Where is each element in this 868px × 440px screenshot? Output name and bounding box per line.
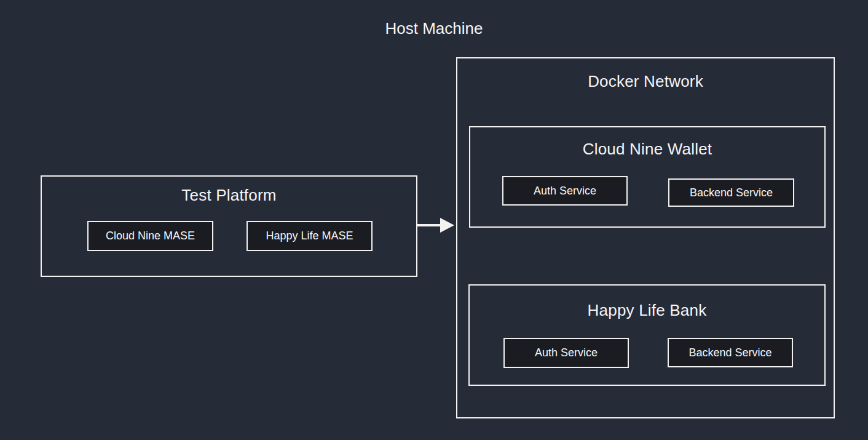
node-cloud-nine-wallet-auth-service: Auth Service — [502, 176, 628, 206]
docker-network-box: Docker Network Cloud Nine Wallet Auth Se… — [456, 57, 835, 418]
diagram-canvas: Host Machine Test Platform Cloud Nine MA… — [0, 0, 868, 440]
node-happy-life-bank-auth-service: Auth Service — [503, 338, 629, 368]
happy-life-bank-box: Happy Life Bank Auth Service Backend Ser… — [468, 284, 826, 386]
happy-life-bank-title: Happy Life Bank — [470, 301, 824, 320]
node-happy-life-mase: Happy Life MASE — [247, 221, 373, 251]
test-platform-box: Test Platform Cloud Nine MASE Happy Life… — [41, 175, 417, 277]
cloud-nine-wallet-title: Cloud Nine Wallet — [470, 140, 824, 159]
arrow-test-platform-to-docker-network-icon — [417, 216, 456, 234]
node-cloud-nine-mase: Cloud Nine MASE — [87, 221, 213, 251]
cloud-nine-wallet-box: Cloud Nine Wallet Auth Service Backend S… — [469, 126, 826, 228]
arrow-head — [440, 218, 454, 233]
node-happy-life-bank-backend-service: Backend Service — [668, 338, 793, 367]
node-cloud-nine-wallet-backend-service: Backend Service — [668, 178, 794, 207]
docker-network-title: Docker Network — [457, 72, 834, 91]
test-platform-title: Test Platform — [42, 186, 416, 205]
host-machine-title: Host Machine — [0, 19, 868, 38]
